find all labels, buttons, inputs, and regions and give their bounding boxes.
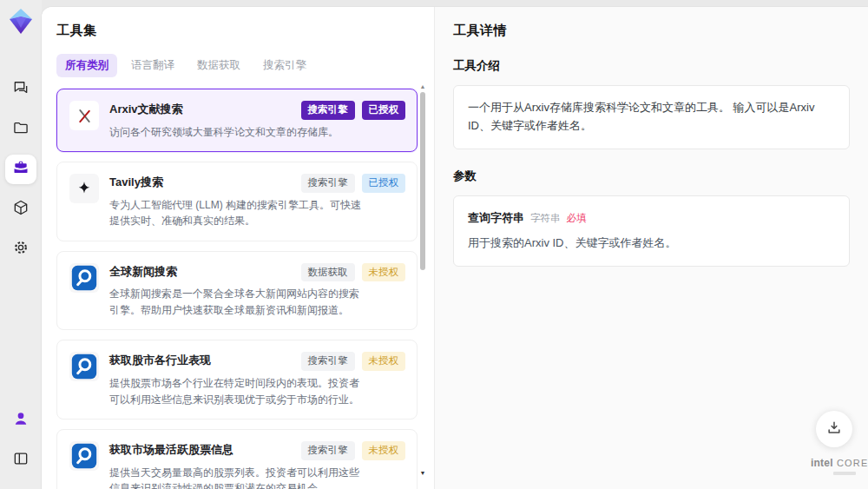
auth-badge: 已授权 bbox=[362, 101, 406, 120]
category-tag: 搜索引擎 bbox=[301, 174, 355, 193]
tool-name: 获取股市各行业表现 bbox=[109, 352, 211, 368]
tool-icon bbox=[69, 263, 99, 293]
main-content: 工具集 所有类别 语言翻译 数据获取 搜索引擎 Arxiv文献搜索 搜索引擎 已… bbox=[42, 7, 868, 489]
toolbox-icon bbox=[12, 159, 30, 180]
category-tag: 搜索引擎 bbox=[301, 101, 355, 120]
tool-intro-text: 一个用于从Arxiv存储库搜索科学论文和文章的工具。 输入可以是Arxiv ID… bbox=[453, 85, 850, 149]
tool-card[interactable]: 获取市场最活跃股票信息 搜索引擎 未授权 提供当天交易量最高的股票列表。投资者可… bbox=[56, 429, 418, 489]
chat-icon bbox=[12, 79, 30, 100]
tool-name: Arxiv文献搜索 bbox=[109, 101, 183, 117]
scroll-up-icon[interactable]: ▲ bbox=[419, 83, 426, 90]
app-window: 工具集 所有类别 语言翻译 数据获取 搜索引擎 Arxiv文献搜索 搜索引擎 已… bbox=[0, 0, 868, 489]
tool-tags: 搜索引擎 未授权 bbox=[301, 441, 406, 460]
tool-tags: 搜索引擎 已授权 bbox=[301, 101, 406, 120]
auth-badge: 未授权 bbox=[362, 263, 406, 282]
cube-icon bbox=[12, 199, 30, 220]
tool-icon bbox=[69, 174, 99, 203]
sidebar bbox=[0, 0, 42, 489]
sidebar-item-chat[interactable] bbox=[5, 75, 36, 104]
category-tag: 搜索引擎 bbox=[301, 441, 355, 460]
download-button[interactable] bbox=[816, 411, 852, 447]
user-icon bbox=[12, 410, 30, 431]
tool-icon bbox=[69, 441, 99, 471]
tool-card[interactable]: Arxiv文献搜索 搜索引擎 已授权 访问各个研究领域大量科学论文和文章的存储库… bbox=[56, 89, 418, 152]
tool-card[interactable]: 获取股市各行业表现 搜索引擎 未授权 提供股票市场各个行业在特定时间段内的表现。… bbox=[56, 340, 418, 420]
param-type: 字符串 bbox=[530, 210, 561, 226]
tab-all-categories[interactable]: 所有类别 bbox=[56, 54, 117, 77]
sidebar-item-packages[interactable] bbox=[5, 195, 36, 224]
tool-tags: 搜索引擎 已授权 bbox=[301, 174, 406, 193]
tool-card-body: 全球新闻搜索 数据获取 未授权 全球新闻搜索是一个聚合全球各大新闻网站内容的搜索… bbox=[109, 263, 405, 319]
tool-description: 提供股票市场各个行业在特定时间段内的表现。投资者可以利用这些信息来识别表现优于或… bbox=[109, 375, 365, 407]
scrollbar-thumb[interactable] bbox=[420, 92, 425, 270]
tab-data-acquisition[interactable]: 数据获取 bbox=[188, 54, 249, 77]
params-heading: 参数 bbox=[453, 169, 850, 184]
page-title: 工具集 bbox=[56, 23, 434, 39]
category-tabs: 所有类别 语言翻译 数据获取 搜索引擎 bbox=[56, 54, 434, 77]
sidebar-item-collapse[interactable] bbox=[5, 446, 36, 475]
tool-name: 获取市场最活跃股票信息 bbox=[109, 441, 233, 458]
parameter-card: 查询字符串 字符串 必填 用于搜索的Arxiv ID、关键字或作者姓名。 bbox=[453, 195, 850, 268]
tab-language-translation[interactable]: 语言翻译 bbox=[122, 54, 183, 77]
category-tag: 搜索引擎 bbox=[301, 352, 355, 371]
tool-card[interactable]: Tavily搜索 搜索引擎 已授权 专为人工智能代理 (LLM) 构建的搜索引擎… bbox=[56, 162, 418, 241]
sidebar-item-account[interactable] bbox=[5, 406, 36, 435]
tool-tags: 数据获取 未授权 bbox=[301, 263, 406, 282]
tool-description: 专为人工智能代理 (LLM) 构建的搜索引擎工具。可快速提供实时、准确和真实的结… bbox=[109, 197, 365, 229]
tab-search-engine[interactable]: 搜索引擎 bbox=[254, 54, 315, 77]
tool-tags: 搜索引擎 未授权 bbox=[301, 352, 406, 371]
tool-card[interactable]: 全球新闻搜索 数据获取 未授权 全球新闻搜索是一个聚合全球各大新闻网站内容的搜索… bbox=[56, 251, 418, 331]
download-icon bbox=[825, 420, 843, 439]
folder-icon bbox=[12, 119, 30, 140]
tool-name: 全球新闻搜索 bbox=[109, 263, 177, 280]
param-description: 用于搜索的Arxiv ID、关键字或作者姓名。 bbox=[468, 235, 835, 253]
details-title: 工具详情 bbox=[453, 23, 850, 39]
tool-icon bbox=[69, 352, 99, 381]
intro-heading: 工具介绍 bbox=[453, 58, 850, 74]
tool-list-panel: 工具集 所有类别 语言翻译 数据获取 搜索引擎 Arxiv文献搜索 搜索引擎 已… bbox=[42, 7, 434, 489]
tool-description: 访问各个研究领域大量科学论文和文章的存储库。 bbox=[109, 124, 365, 141]
tool-card-list: Arxiv文献搜索 搜索引擎 已授权 访问各个研究领域大量科学论文和文章的存储库… bbox=[56, 89, 418, 489]
auth-badge: 未授权 bbox=[362, 441, 406, 460]
scroll-down-icon[interactable]: ▼ bbox=[419, 470, 426, 477]
tool-details-panel: 工具详情 工具介绍 一个用于从Arxiv存储库搜索科学论文和文章的工具。 输入可… bbox=[434, 7, 868, 489]
intel-core-logo: intel CORE bbox=[811, 457, 856, 475]
tool-icon bbox=[69, 101, 99, 130]
tool-card-body: Tavily搜索 搜索引擎 已授权 专为人工智能代理 (LLM) 构建的搜索引擎… bbox=[109, 174, 405, 229]
sidebar-item-tools[interactable] bbox=[5, 155, 36, 184]
tool-card-body: Arxiv文献搜索 搜索引擎 已授权 访问各个研究领域大量科学论文和文章的存储库… bbox=[109, 101, 405, 140]
tool-description: 全球新闻搜索是一个聚合全球各大新闻网站内容的搜索引擎。帮助用户快速获取全球最新资… bbox=[109, 286, 365, 318]
list-scrollbar[interactable]: ▲ ▼ bbox=[419, 85, 426, 475]
sidebar-item-files[interactable] bbox=[5, 115, 36, 144]
param-required-badge: 必填 bbox=[567, 210, 587, 226]
gear-icon bbox=[12, 239, 30, 260]
category-tag: 数据获取 bbox=[301, 263, 355, 282]
panel-toggle-icon bbox=[12, 450, 30, 471]
tool-description: 提供当天交易量最高的股票列表。投资者可以利用这些信息来识别流动性强的股票和潜在的… bbox=[109, 465, 365, 489]
tool-card-body: 获取股市各行业表现 搜索引擎 未授权 提供股票市场各个行业在特定时间段内的表现。… bbox=[109, 352, 405, 407]
param-name: 查询字符串 bbox=[468, 209, 524, 228]
auth-badge: 未授权 bbox=[362, 352, 406, 371]
sidebar-item-settings[interactable] bbox=[5, 235, 36, 264]
tool-card-body: 获取市场最活跃股票信息 搜索引擎 未授权 提供当天交易量最高的股票列表。投资者可… bbox=[109, 441, 405, 489]
tool-name: Tavily搜索 bbox=[109, 174, 163, 190]
app-logo-icon bbox=[6, 7, 36, 36]
auth-badge: 已授权 bbox=[362, 174, 406, 193]
